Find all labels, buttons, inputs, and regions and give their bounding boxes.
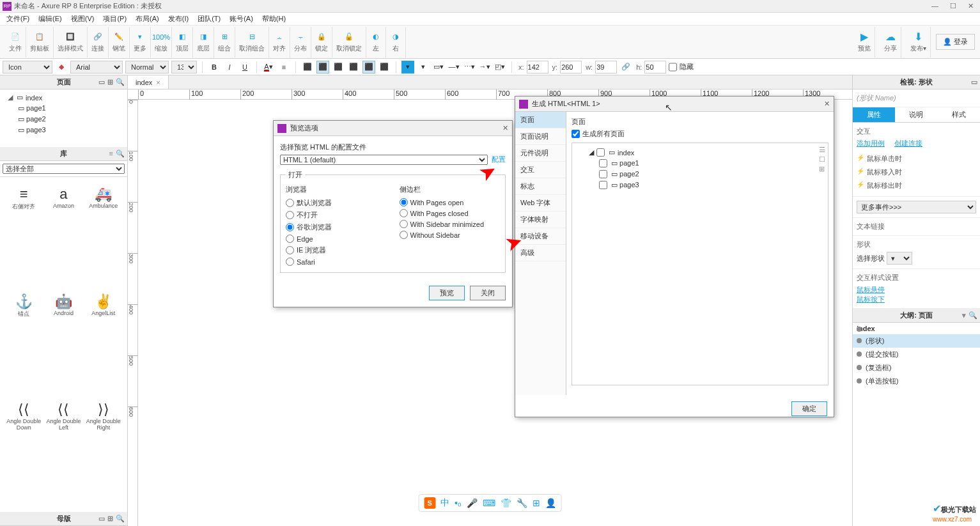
tab-close-icon[interactable]: × [156,79,160,86]
config-select[interactable]: HTML 1 (default) [280,155,488,165]
outline-item[interactable]: (单选按钮) [853,375,980,388]
menu-item[interactable]: 项目(P) [99,13,130,25]
minimize-icon[interactable]: — [931,2,938,10]
add-master-folder-icon[interactable]: ⊞ [107,514,113,523]
menu-item[interactable]: 帮助(H) [258,13,290,25]
toolbar-group[interactable]: ◧顶层 [172,27,193,58]
login-button[interactable]: 👤 登录 [936,34,975,50]
toolbar-right-item[interactable]: ▶预览 [854,27,875,58]
library-item[interactable]: ⟩⟩Angle Double Right [85,398,122,507]
shape-picker-icon[interactable]: ◆ [55,61,68,73]
dialog2-sidebar-item[interactable]: 元件说明 [515,145,566,162]
browser-radio[interactable]: Edge [286,233,387,244]
browser-radio[interactable]: IE 浏览器 [286,244,387,256]
toolbar-right-item[interactable]: ⬇发布▾ [906,27,931,58]
bullets-button[interactable]: ≡ [277,61,290,73]
collapse-icon[interactable]: ▭ [971,78,977,86]
dialog2-sidebar-item[interactable]: 交互 [515,162,566,178]
config-link[interactable]: 配置 [492,155,506,165]
x-input[interactable] [527,61,548,73]
dialog2-tree-item[interactable]: ▭ page1 [576,158,824,169]
lock-aspect-icon[interactable]: 🔗 [619,61,632,73]
toolbar-right-item[interactable]: ☁分享 [880,27,901,58]
add-case-link[interactable]: 添加用例 [857,139,885,147]
align-center-button[interactable]: ⬛ [316,61,329,73]
valign-middle-button[interactable]: ⬛ [362,61,375,73]
library-item[interactable]: ✌AngelList [85,290,122,394]
ime-punct-icon[interactable]: •₀ [455,498,462,508]
sidebar-radio[interactable]: With Sidebar minimized [400,219,501,229]
list-icon[interactable]: ≡ [109,150,113,158]
toolbar-group[interactable]: ◨底层 [193,27,214,58]
underline-button[interactable]: U [238,61,251,73]
select-all-icon[interactable]: ☰ [819,146,825,154]
shape-name[interactable]: (形状 Name) [853,89,980,107]
shape-type-select[interactable]: ▾ [887,252,912,265]
dialog2-tree-item[interactable]: ▭ page3 [576,180,824,190]
align-right-button[interactable]: ⬛ [332,61,345,73]
font-select[interactable]: Arial [70,61,123,73]
outline-root[interactable]: index [853,323,980,334]
italic-button[interactable]: I [223,61,236,73]
toolbar-group[interactable]: ⊟取消组合 [235,27,269,58]
close-button[interactable]: 关闭 [470,286,506,300]
inspector-tab[interactable]: 说明 [895,107,937,122]
add-master-icon[interactable]: ▭ [98,514,105,523]
page-item[interactable]: ▭ page3 [3,125,125,135]
gen-all-checkbox[interactable] [572,130,580,138]
toolbar-group[interactable]: ▾更多 [130,27,151,58]
library-item[interactable]: ⟨⟨Angle Double Left [45,398,82,507]
gradient-button[interactable]: ▾ [417,61,430,73]
search-outline-icon[interactable]: 🔍 [968,311,977,320]
text-color-button[interactable]: A▾ [262,61,275,73]
ime-grid-icon[interactable]: ⊞ [533,498,540,508]
select-none-icon[interactable]: ☐ [819,155,825,164]
ime-keyboard-icon[interactable]: ⌨ [483,498,495,508]
y-input[interactable] [560,61,582,73]
style-select[interactable]: Normal [125,61,169,73]
event-item[interactable]: 鼠标移入时 [857,166,976,179]
search-icon[interactable]: 🔍 [116,78,125,86]
size-select[interactable]: 13 [171,61,197,73]
sidebar-radio[interactable]: Without Sidebar [400,229,501,240]
toolbar-group[interactable]: 🔲选择模式 [54,27,88,58]
dialog2-close-icon[interactable]: ✕ [824,100,830,108]
create-link-link[interactable]: 创建连接 [894,139,922,147]
h-input[interactable] [644,61,666,73]
search-master-icon[interactable]: 🔍 [116,514,125,523]
toolbar-group[interactable]: ◐左 [366,27,386,58]
valign-top-button[interactable]: ⬛ [347,61,360,73]
dialog2-sidebar-item[interactable]: 页面 [515,112,566,128]
hide-checkbox[interactable] [669,61,677,73]
toolbar-group[interactable]: 📋剪贴板 [26,27,54,58]
bold-button[interactable]: B [208,61,221,73]
library-item[interactable]: aAmazon [45,182,82,287]
tab-index[interactable]: index× [128,75,169,89]
border-button[interactable]: ▭▾ [432,61,445,73]
preview-button[interactable]: 预览 [429,286,465,300]
browser-radio[interactable]: 不打开 [286,209,387,221]
select-children-icon[interactable]: ⊞ [819,165,825,173]
outline-item[interactable]: (形状) [853,334,980,348]
ime-tool-icon[interactable]: 🔧 [517,498,527,508]
toolbar-group[interactable]: 🔗连接 [88,27,109,58]
library-item[interactable]: 🤖Android [45,290,82,394]
hover-style-link[interactable]: 鼠标悬停 [857,285,968,295]
maximize-icon[interactable]: ☐ [950,2,956,10]
fill-button[interactable]: ▾ [401,61,414,73]
dialog2-sidebar-item[interactable]: Web 字体 [515,195,566,212]
filter-icon[interactable]: ▾ [962,311,966,320]
line-style-button[interactable]: ⋯▾ [463,61,476,73]
ime-skin-icon[interactable]: 👕 [501,498,511,508]
toolbar-group[interactable]: 🔓取消锁定 [332,27,366,58]
ime-lang-icon[interactable]: 中 [440,497,449,509]
inspector-tab[interactable]: 属性 [853,107,895,122]
event-item[interactable]: 鼠标单击时 [857,152,976,166]
menu-item[interactable]: 编辑(E) [35,13,66,25]
toolbar-group[interactable]: ⊞组合 [214,27,235,58]
press-style-link[interactable]: 鼠标按下 [857,295,968,304]
tree-root[interactable]: ◢▭ index [576,147,824,158]
dialog1-close-icon[interactable]: ✕ [502,124,508,132]
page-item[interactable]: ▭ page1 [3,103,125,114]
sidebar-radio[interactable]: With Pages open [400,197,501,208]
